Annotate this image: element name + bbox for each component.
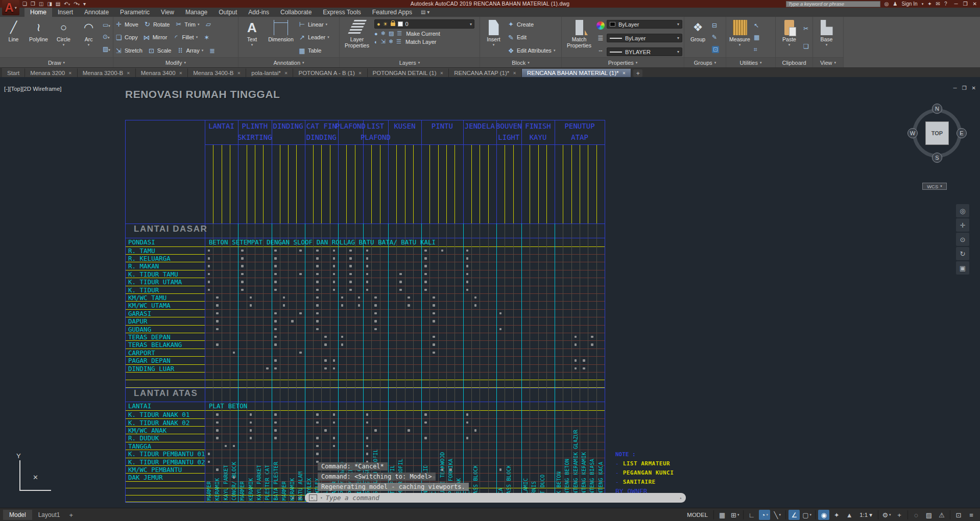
ribbon-tab-express-tools[interactable]: Express Tools <box>317 8 366 17</box>
rectangle-button[interactable]: ▭▾ <box>103 21 110 30</box>
arc-button[interactable]: ◠Arc▾ <box>77 18 101 57</box>
viewport-restore-icon[interactable]: ❐ <box>962 85 967 91</box>
object-snap-toggle-caret-icon[interactable]: ▾ <box>810 513 812 517</box>
table-button[interactable]: ▦Table <box>298 47 321 55</box>
insert-block-button[interactable]: Insert▾ <box>482 18 506 57</box>
ribbon-tab-add-ins[interactable]: Add-ins <box>243 8 275 17</box>
dim-linear-button[interactable]: ⊢Linear▾ <box>298 20 327 28</box>
move-button[interactable]: ✛Move <box>115 20 138 28</box>
layer-tool-icon-3[interactable]: ▨ <box>389 30 394 37</box>
orbit-icon[interactable]: ↻ <box>956 247 969 260</box>
layout1-tab[interactable]: Layout1 <box>33 510 65 520</box>
tab-close-icon[interactable]: ✕ <box>440 71 444 76</box>
graphics-performance-icon[interactable]: ▨ <box>923 510 935 520</box>
leader-caret-icon[interactable]: ▾ <box>327 35 329 39</box>
show-motion-icon[interactable]: ▣ <box>956 261 969 275</box>
annotation-autoscale-toggle[interactable]: ✦ <box>831 510 842 520</box>
file-tab-potongan-detail-1-[interactable]: POTONGAN DETAIL (1)✕ <box>368 68 449 77</box>
layer-dropdown-caret-icon[interactable]: ▾ <box>470 22 472 27</box>
viewport-close-icon[interactable]: ✕ <box>972 85 976 91</box>
color-wheel-icon[interactable] <box>596 21 605 30</box>
model-tab[interactable]: Model <box>3 510 32 520</box>
explode-button[interactable]: ✶ <box>203 34 210 41</box>
make-current-button[interactable]: Make Current <box>406 31 440 37</box>
array-caret-icon[interactable]: ▾ <box>202 48 204 53</box>
group-selection-toggle-button[interactable]: ⊡ <box>712 46 719 53</box>
panel-label-properties[interactable]: Properties▾ <box>562 57 684 67</box>
model-space-button[interactable]: MODEL <box>684 512 711 518</box>
ribbon-tab-insert[interactable]: Insert <box>52 8 79 17</box>
file-tab-pola-lantai-[interactable]: pola-lantai*✕ <box>246 68 293 77</box>
close-button[interactable]: ✕ <box>973 1 977 7</box>
tab-close-icon[interactable]: ✕ <box>284 71 288 76</box>
ribbon-tab-view[interactable]: View <box>155 8 180 17</box>
file-tab-rencana-bahan-material-1-[interactable]: RENCANA BAHAN MATERIAL (1)*✕ <box>522 68 631 77</box>
lineweight-dropdown[interactable]: ByLayer▾ <box>607 34 682 42</box>
maximize-button[interactable]: ❐ <box>963 1 968 7</box>
dropdown-caret-icon[interactable]: ▾ <box>677 36 679 40</box>
grid-display-toggle[interactable]: ▦ <box>716 510 728 520</box>
file-tab-start[interactable]: Start <box>2 68 25 77</box>
drawing-canvas[interactable]: [-][Top][2D Wireframe] RENOVASI RUMAH TI… <box>0 77 980 508</box>
command-expand-icon[interactable]: ▴ <box>679 495 682 500</box>
isodraft-toggle[interactable]: ╲▾ <box>772 510 783 520</box>
group-edit-button[interactable]: ✎ <box>712 34 719 41</box>
viewport-controls-label[interactable]: [-][Top][2D Wireframe] <box>4 86 61 92</box>
search-icon[interactable]: ◎ <box>885 1 889 7</box>
paste-caret-icon[interactable]: ▾ <box>788 43 791 47</box>
dropdown-caret-icon[interactable]: ▾ <box>677 22 679 27</box>
panel-label-clipboard[interactable]: Clipboard <box>776 57 812 67</box>
layer-tool-icon-8[interactable]: ☰ <box>396 38 401 45</box>
clean-screen-icon[interactable]: ⊡ <box>953 510 964 520</box>
base-button[interactable]: Base▾ <box>815 18 839 57</box>
panel-label-block[interactable]: Block▾ <box>480 57 561 67</box>
command-prompt-icon[interactable]: >_ <box>309 494 317 501</box>
copy-clip-button[interactable]: ❏ <box>803 43 809 50</box>
ortho-toggle[interactable]: ∟ <box>746 510 757 520</box>
pan-icon[interactable]: ✛ <box>956 218 969 232</box>
file-tab-menara-3200[interactable]: Menara 3200✕ <box>25 68 77 77</box>
isolate-objects-icon[interactable]: ◌ <box>911 510 922 520</box>
edit-attributes-button[interactable]: ❖Edit Attributes▾ <box>507 47 555 55</box>
match-layer-button[interactable]: Match Layer <box>405 39 437 45</box>
measure-caret-icon[interactable]: ▾ <box>739 43 741 47</box>
object-snap-toggle[interactable]: ▢▾ <box>801 510 812 520</box>
tab-close-icon[interactable]: ✕ <box>513 71 516 76</box>
mirror-button[interactable]: ⋈Mirror <box>143 34 168 41</box>
viewport-minimize-icon[interactable]: ─ <box>953 85 957 91</box>
ribbon-tab-collaborate[interactable]: Collaborate <box>275 8 317 17</box>
insert-block-caret-icon[interactable]: ▾ <box>493 43 495 47</box>
array-button[interactable]: ⠿Array▾ <box>176 47 203 55</box>
navigation-wheel-icon[interactable]: ◎ <box>956 204 969 217</box>
view-compass[interactable]: N W E S TOP <box>907 104 967 163</box>
zoom-icon[interactable]: ⊙ <box>956 233 969 246</box>
ribbon-tab-annotate[interactable]: Annotate <box>79 8 114 17</box>
annotation-monitor-icon[interactable]: ⚠ <box>936 510 947 520</box>
command-input[interactable] <box>325 494 676 502</box>
hatch-button[interactable]: ▨▾ <box>103 45 110 54</box>
hatch-caret-icon[interactable]: ▾ <box>108 48 110 52</box>
circle-button[interactable]: ○Circle▾ <box>52 18 76 57</box>
autocad-logo[interactable]: A▾ <box>2 0 19 15</box>
panel-label-draw[interactable]: Draw▾ <box>0 57 113 67</box>
ribbon-tab-parametric[interactable]: Parametric <box>114 8 155 17</box>
sign-in-caret-icon[interactable]: ▾ <box>922 2 924 6</box>
object-color-dropdown[interactable]: ByLayer▾ <box>607 20 682 29</box>
tab-close-icon[interactable]: ✕ <box>237 71 241 76</box>
stretch-button[interactable]: ⇲Stretch <box>115 47 142 55</box>
file-tab-rencana-atap-1-[interactable]: RENCANA ATAP (1)*✕ <box>449 68 522 77</box>
snap-mode-toggle-caret-icon[interactable]: ▾ <box>737 513 739 517</box>
layer-tool-icon-4[interactable]: ☰ <box>397 30 402 37</box>
compass-west[interactable]: W <box>907 128 918 138</box>
rotate-button[interactable]: ↻Rotate <box>144 20 170 28</box>
panel-label-modify[interactable]: Modify▾ <box>113 57 238 67</box>
leader-button[interactable]: ↗Leader▾ <box>298 34 329 41</box>
tab-close-icon[interactable]: ✕ <box>68 71 72 76</box>
arc-caret-icon[interactable]: ▾ <box>88 43 90 47</box>
id-point-button[interactable]: ⌗ <box>754 46 759 53</box>
file-tab-menara-3400[interactable]: Menara 3400✕ <box>136 68 188 77</box>
new-drawing-tab-button[interactable]: + <box>633 69 642 77</box>
tab-close-icon[interactable]: ✕ <box>623 71 626 76</box>
panel-label-groups[interactable]: Groups▾ <box>684 57 726 67</box>
layer-thaw-icon[interactable]: ☀ <box>383 21 388 28</box>
